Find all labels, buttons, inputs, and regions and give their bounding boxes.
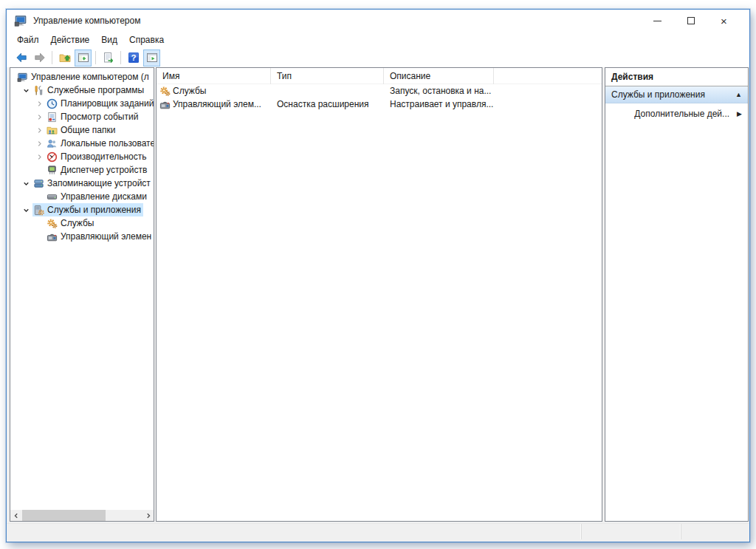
chevron-right-icon[interactable]: [32, 98, 46, 109]
status-bar: [7, 523, 749, 539]
scrollbar-thumb[interactable]: [22, 510, 106, 521]
expander-spacer: [32, 164, 46, 176]
tree-item-label: Просмотр событий: [61, 112, 138, 122]
help-icon: ?: [128, 52, 140, 64]
menu-item-action[interactable]: Действие: [45, 33, 96, 47]
list-item-name: Службы: [173, 84, 206, 98]
column-header-2[interactable]: Описание: [384, 68, 494, 84]
tree-item-label: Управляющий элемен: [61, 231, 151, 242]
chevron-right-icon[interactable]: [32, 111, 46, 123]
tree-item-label: Диспетчер устройств: [61, 165, 147, 175]
minimize-button[interactable]: [641, 10, 674, 32]
show-console-tree-button[interactable]: [75, 50, 92, 67]
back-button[interactable]: [13, 50, 30, 67]
chevron-down-icon[interactable]: [19, 177, 32, 189]
storage-icon: [32, 177, 45, 189]
tree-item-shared-folders[interactable]: Общие папки: [10, 123, 154, 137]
tree-item-storage-devices[interactable]: Запоминающие устройст: [10, 177, 154, 190]
toolbar: ?: [7, 48, 749, 67]
list-rows: СлужбыЗапуск, остановка и на...Управляющ…: [157, 84, 602, 111]
tree-item-label: Локальные пользовате: [61, 138, 154, 149]
column-header-1[interactable]: Тип: [271, 68, 384, 84]
forward-button[interactable]: [31, 50, 48, 67]
chevron-down-icon[interactable]: [19, 204, 32, 216]
list-item-type: Оснастка расширения: [271, 98, 384, 111]
maximize-button[interactable]: [674, 10, 707, 32]
svg-text:?: ?: [131, 53, 136, 62]
minimize-icon: [653, 21, 662, 21]
services-apps-icon: [32, 204, 45, 216]
up-one-level-button[interactable]: [56, 50, 73, 67]
collapse-arrow-icon[interactable]: ▲: [735, 91, 742, 98]
computer-icon: [16, 71, 29, 83]
tree-item-event-viewer[interactable]: Просмотр событий: [10, 110, 154, 123]
tree-horizontal-scrollbar[interactable]: [10, 510, 154, 521]
computer-management-app-icon: [14, 14, 27, 27]
wmi-icon: [159, 98, 171, 110]
scroll-right-icon: [145, 512, 152, 519]
menu-item-view[interactable]: Вид: [95, 33, 123, 47]
chevron-right-icon[interactable]: [32, 137, 46, 149]
actions-pane: Действия Службы и приложения ▲ Дополните…: [605, 67, 749, 522]
scroll-right-button[interactable]: [142, 510, 154, 521]
forward-arrow-icon: [34, 52, 46, 64]
list-item-type: [271, 84, 384, 98]
title-bar: Управление компьютером ×: [7, 10, 749, 32]
action-pane-toggle-icon: [146, 52, 158, 64]
more-actions-arrow-icon: ▶: [737, 110, 742, 117]
tree-item-services[interactable]: Службы: [10, 216, 154, 230]
tree-item-computer-management-root[interactable]: Управление компьютером (л: [10, 70, 154, 83]
tree-item-device-manager[interactable]: Диспетчер устройств: [10, 163, 154, 177]
services-gear-icon: [159, 85, 171, 97]
list-header: ИмяТипОписание: [157, 68, 602, 84]
chevron-right-icon[interactable]: [32, 151, 46, 163]
menu-item-file[interactable]: Файл: [11, 33, 45, 47]
tools-icon: [32, 84, 45, 96]
tree-item-label: Запоминающие устройст: [47, 178, 151, 188]
action-section-label: Службы и приложения: [611, 89, 735, 100]
action-section-services-and-applications[interactable]: Службы и приложения ▲: [605, 86, 748, 103]
item-list-panel: ИмяТипОписание СлужбыЗапуск, остановка и…: [156, 67, 602, 522]
wmi-icon: [46, 231, 58, 242]
tree-item-label: Производительность: [61, 151, 146, 162]
list-item-description: Настраивает и управля...: [384, 98, 494, 111]
tree-item-local-users-groups[interactable]: Локальные пользовате: [10, 137, 154, 150]
chevron-right-icon[interactable]: [32, 124, 46, 136]
scrollbar-track[interactable]: [21, 510, 142, 521]
services-gear-icon: [46, 217, 58, 229]
chevron-down-icon[interactable]: [19, 84, 32, 96]
more-actions-item[interactable]: Дополнительные дей... ▶: [605, 103, 748, 123]
disk-icon: [46, 191, 58, 202]
tree-item-label: Управление компьютером (л: [31, 72, 149, 82]
computer-management-window: Управление компьютером × ФайлДействиеВид…: [6, 9, 750, 542]
export-list-button[interactable]: [100, 50, 117, 67]
tree-item-disk-management[interactable]: Управление дисками: [10, 190, 154, 203]
scroll-left-button[interactable]: [10, 510, 21, 521]
list-row-services[interactable]: СлужбыЗапуск, остановка и на...: [157, 84, 602, 98]
console-tree: Управление компьютером (лСлужебные прогр…: [10, 68, 154, 510]
tree-item-performance[interactable]: Производительность: [10, 150, 154, 163]
close-button[interactable]: ×: [707, 10, 740, 32]
tree-item-label: Управление дисками: [61, 191, 147, 202]
status-cell-grip: [681, 524, 749, 539]
window-title: Управление компьютером: [33, 16, 641, 26]
tree-item-label: Планировщик заданий: [61, 98, 154, 109]
tree-item-services-and-applications[interactable]: Службы и приложения: [10, 203, 154, 216]
toolbar-separator: [52, 51, 52, 64]
list-row-wmi-control[interactable]: Управляющий элем...Оснастка расширенияНа…: [157, 98, 602, 111]
menu-bar: ФайлДействиеВидСправка: [7, 32, 749, 48]
menu-item-help[interactable]: Справка: [123, 33, 170, 47]
column-header-0[interactable]: Имя: [157, 68, 271, 84]
tree-item-label: Служебные программы: [47, 85, 144, 95]
status-cell-secondary: [582, 524, 681, 539]
tree-item-wmi-control[interactable]: Управляющий элемен: [10, 230, 154, 243]
more-actions-label: Дополнительные дей...: [634, 109, 729, 119]
help-button[interactable]: ?: [125, 50, 142, 67]
scroll-left-icon: [13, 512, 20, 519]
screen: Управление компьютером × ФайлДействиеВид…: [0, 0, 756, 549]
actions-pane-title: Действия: [605, 68, 748, 86]
show-action-pane-button[interactable]: [143, 50, 160, 67]
status-cell-main: [7, 524, 582, 539]
tree-item-task-scheduler[interactable]: Планировщик заданий: [10, 97, 154, 110]
tree-item-system-tools[interactable]: Служебные программы: [10, 83, 154, 97]
